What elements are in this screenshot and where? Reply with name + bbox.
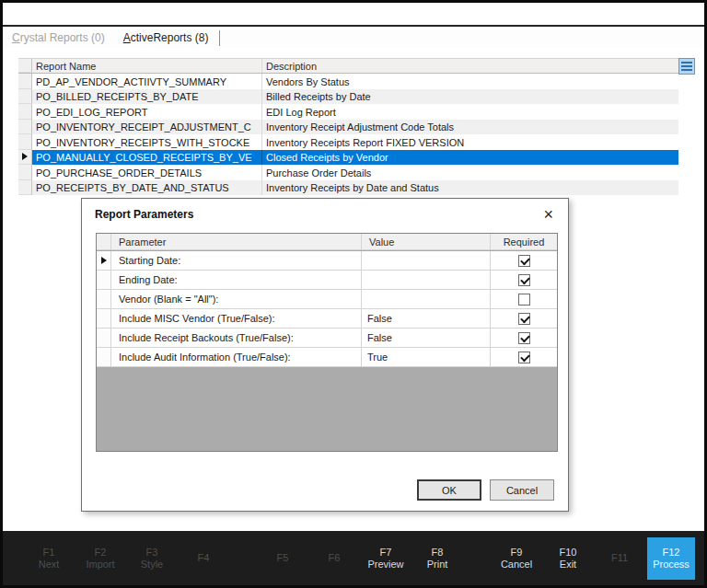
required-checkbox[interactable] (518, 352, 530, 363)
parameter-row[interactable]: Starting Date: (97, 251, 557, 271)
function-key-name: F2 (95, 547, 107, 559)
parameter-name-cell: Starting Date: (111, 251, 362, 271)
function-key-f10[interactable]: F10 Exit (542, 537, 594, 580)
function-key-f6: F6 (308, 537, 360, 580)
parameter-value-cell[interactable] (362, 271, 491, 290)
function-key-label: Next (39, 559, 60, 571)
report-name-cell: PO_RECEIPTS_BY_DATE_AND_STATUS (32, 180, 262, 196)
table-row[interactable]: PD_AP_VENDOR_ACTIIVTY_SUMMARY Vendors By… (18, 74, 678, 89)
required-checkbox[interactable] (518, 274, 530, 286)
row-indicator-header-cell (18, 59, 32, 73)
function-key-f12[interactable]: F12 Process (647, 537, 695, 580)
parameter-required-cell (491, 251, 557, 271)
row-indicator-arrow-icon (22, 153, 28, 160)
cancel-button[interactable]: Cancel (490, 479, 554, 501)
function-key-label: Exit (560, 559, 576, 571)
row-indicator-cell (18, 120, 32, 135)
table-row[interactable]: PO_INVENTORY_RECEIPT_ADJUSTMENT_C Invent… (18, 120, 678, 135)
function-key-group: F1 Next F2 Import F3 Style F4 (23, 537, 229, 580)
required-checkbox[interactable] (518, 313, 530, 325)
row-indicator-cell (18, 89, 32, 105)
parameter-row[interactable]: Ending Date: (97, 271, 557, 290)
report-name-cell: PO_EDI_LOG_REPORT (32, 104, 262, 120)
report-name-cell: PD_AP_VENDOR_ACTIIVTY_SUMMARY (32, 74, 262, 89)
grid-menu-icon[interactable] (678, 58, 695, 75)
table-row[interactable]: PO_MANUALLY_CLOSED_RECEIPTS_BY_VE Closed… (18, 150, 678, 166)
function-key-name: F6 (329, 552, 341, 564)
parameter-row[interactable]: Vendor (Blank = "All"): (97, 290, 557, 309)
tab-active-reports[interactable]: ActiveReports (8) (114, 29, 218, 47)
parameter-name-cell: Vendor (Blank = "All"): (111, 290, 362, 309)
row-indicator-cell (97, 251, 111, 271)
report-name-cell: PO_INVENTORY_RECEIPTS_WITH_STOCKE (32, 134, 262, 150)
app-window: Crystal Reports (0) ActiveReports (8) Re… (0, 0, 707, 588)
parameter-name-cell: Ending Date: (111, 271, 362, 290)
report-table-body: PD_AP_VENDOR_ACTIIVTY_SUMMARY Vendors By… (18, 74, 678, 195)
report-name-cell: PO_MANUALLY_CLOSED_RECEIPTS_BY_VE (32, 150, 262, 166)
function-key-name: F7 (380, 547, 392, 559)
row-indicator-cell (97, 348, 111, 367)
parameter-value-cell[interactable]: False (362, 309, 491, 329)
function-key-f1: F1 Next (23, 537, 75, 580)
parameter-required-cell (491, 290, 557, 309)
row-indicator-cell (97, 271, 111, 290)
table-row[interactable]: PO_PURCHASE_ORDER_DETAILS Purchase Order… (18, 165, 678, 180)
tab-crystal-reports[interactable]: Crystal Reports (0) (3, 29, 114, 47)
ok-button[interactable]: OK (417, 479, 481, 501)
parameter-table-header: Parameter Value Required (97, 234, 557, 251)
row-indicator-cell (97, 309, 111, 329)
parameter-required-cell (491, 348, 557, 367)
hamburger-bars-icon (681, 62, 692, 71)
function-key-group: F9 Cancel F10 Exit F11 F12 Process (491, 537, 697, 580)
function-key-name: F11 (611, 552, 628, 564)
function-key-f4: F4 (178, 537, 229, 580)
column-header-report-name[interactable]: Report Name (32, 59, 262, 73)
function-key-name: F8 (432, 547, 444, 559)
column-header-required[interactable]: Required (491, 234, 557, 250)
parameter-row[interactable]: Include MISC Vendor (True/False): False (97, 309, 557, 329)
parameter-value-cell[interactable]: True (362, 348, 491, 367)
parameter-name-cell: Include Audit Information (True/False): (111, 348, 362, 367)
report-description-cell: Closed Receipts by Vendor (262, 150, 678, 166)
function-key-label: Print (427, 559, 448, 571)
close-icon[interactable]: × (539, 206, 557, 223)
parameter-table: Parameter Value Required Starting Date: … (96, 233, 558, 452)
function-key-f2: F2 Import (75, 537, 126, 580)
required-checkbox[interactable] (518, 255, 530, 267)
table-row[interactable]: PO_BILLED_RECEIPTS_BY_DATE Billed Receip… (18, 89, 678, 105)
parameter-row[interactable]: Include Receipt Backouts (True/False): F… (97, 329, 557, 348)
table-row[interactable]: PO_RECEIPTS_BY_DATE_AND_STATUS Inventory… (18, 180, 678, 196)
function-key-f8[interactable]: F8 Print (411, 537, 463, 580)
function-key-group: F5 F6 F7 Preview F8 Print (257, 537, 463, 580)
row-indicator-header-cell (97, 234, 111, 250)
table-row[interactable]: PO_INVENTORY_RECEIPTS_WITH_STOCKE Invent… (18, 134, 678, 150)
dialog-title: Report Parameters (95, 208, 539, 221)
function-key-f9[interactable]: F9 Cancel (491, 537, 542, 580)
report-description-cell: Billed Receipts by Date (262, 89, 678, 105)
column-header-value[interactable]: Value (362, 234, 491, 250)
report-description-cell: Purchase Order Details (262, 165, 678, 180)
function-key-f7[interactable]: F7 Preview (360, 537, 411, 580)
parameter-value-cell[interactable] (362, 290, 491, 309)
table-row[interactable]: PO_EDI_LOG_REPORT EDI Log Report (18, 104, 678, 120)
required-checkbox[interactable] (518, 294, 530, 306)
function-key-name: F10 (560, 547, 577, 559)
parameter-value-cell[interactable] (362, 251, 491, 271)
function-key-label: Preview (367, 559, 403, 571)
row-indicator-arrow-icon (101, 257, 107, 264)
report-description-cell: Vendors By Status (262, 74, 678, 89)
row-indicator-cell (18, 104, 32, 120)
report-name-cell: PO_INVENTORY_RECEIPT_ADJUSTMENT_C (32, 120, 262, 135)
column-header-parameter[interactable]: Parameter (111, 234, 362, 250)
param-table-body: Starting Date: Ending Date: Vendor (Blan… (97, 251, 557, 367)
parameter-value-cell[interactable]: False (362, 329, 491, 348)
row-indicator-cell (97, 329, 111, 348)
required-checkbox[interactable] (518, 332, 530, 344)
column-header-description[interactable]: Description (262, 59, 678, 73)
parameter-name-cell: Include MISC Vendor (True/False): (111, 309, 362, 329)
parameter-row[interactable]: Include Audit Information (True/False): … (97, 348, 557, 367)
report-description-cell: Inventory Receipts Report FIXED VERSION (262, 134, 678, 150)
function-key-name: F4 (198, 552, 210, 564)
report-description-cell: Inventory Receipt Adjustment Code Totals (262, 120, 678, 135)
row-indicator-cell (18, 134, 32, 150)
